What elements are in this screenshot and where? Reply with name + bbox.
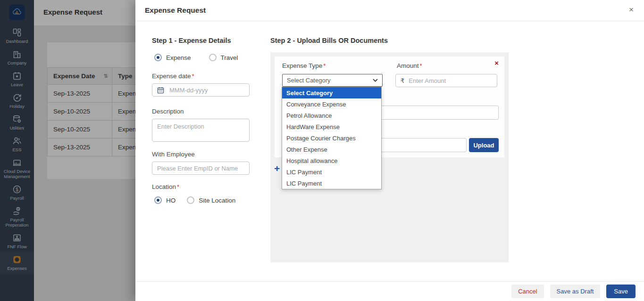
required-asterisk: * [323, 62, 326, 69]
with-employee-input[interactable] [152, 162, 250, 175]
modal-header: Expense Request × [135, 0, 644, 21]
dropdown-option[interactable]: Other Expense [282, 144, 381, 155]
travel-radio[interactable] [209, 54, 217, 61]
amount-input[interactable] [409, 77, 492, 84]
expense-date-field [152, 83, 250, 97]
expense-date-label: Expense date* [152, 73, 250, 80]
with-employee-label: With Employee [152, 151, 250, 158]
location-label: Location* [152, 183, 250, 190]
modal-footer: Cancel Save as Draft Save [135, 281, 644, 301]
close-icon[interactable]: × [629, 6, 634, 14]
add-bill-row-button[interactable]: + [274, 163, 280, 173]
modal-title: Expense Request [145, 6, 206, 15]
expense-type-select[interactable]: Select Category [282, 74, 383, 87]
expense-request-modal: Expense Request × Step 1 - Expense Detai… [135, 0, 644, 301]
description-label: Description [152, 108, 250, 115]
rupee-icon: ₹ [401, 77, 404, 84]
save-button[interactable]: Save [606, 285, 636, 298]
site-location-radio-label[interactable]: Site Location [199, 197, 235, 204]
upload-button[interactable]: Upload [469, 138, 499, 152]
expense-radio-label[interactable]: Expense [166, 54, 191, 61]
chevron-down-icon [373, 79, 378, 82]
dropdown-option[interactable]: LIC Payment [282, 166, 381, 178]
dropdown-option[interactable]: LIC Payment [282, 178, 381, 189]
dropdown-option[interactable]: Conveyance Expense [282, 98, 381, 110]
travel-radio-label[interactable]: Travel [221, 54, 238, 61]
expense-type-radio-group: Expense Travel [152, 54, 250, 61]
dropdown-option[interactable]: Petrol Allowance [282, 110, 381, 121]
dropdown-option[interactable]: Postage Courier Charges [282, 132, 381, 144]
remove-bill-row-icon[interactable]: × [494, 59, 499, 66]
expense-date-input[interactable] [152, 83, 250, 97]
ho-radio[interactable] [154, 196, 162, 204]
step1-section: Step 1 - Expense Details Expense Travel … [152, 33, 250, 204]
description-textarea[interactable] [152, 119, 250, 142]
cancel-button[interactable]: Cancel [511, 285, 544, 298]
location-radio-group: HO Site Location [152, 196, 250, 204]
required-asterisk: * [192, 73, 194, 80]
site-location-radio[interactable] [187, 196, 194, 204]
step1-heading: Step 1 - Expense Details [152, 37, 250, 44]
save-as-draft-button[interactable]: Save as Draft [550, 285, 601, 298]
screen: Dashboard Company Leave [0, 0, 644, 301]
expense-radio[interactable] [154, 54, 162, 61]
expense-type-dropdown: Select Category Conveyance Expense Petro… [282, 87, 382, 189]
required-asterisk: * [420, 62, 422, 69]
amount-field: ₹ [395, 74, 497, 87]
dropdown-option[interactable]: Hospital allowance [282, 155, 381, 166]
expense-type-selected-value: Select Category [287, 77, 331, 84]
required-asterisk: * [177, 183, 179, 190]
calendar-icon[interactable] [157, 87, 164, 94]
step2-heading: Step 2 - Upload Bills OR Documents [270, 37, 509, 44]
amount-label: Amount* [397, 62, 422, 69]
ho-radio-label[interactable]: HO [166, 197, 176, 204]
dropdown-option[interactable]: Select Category [282, 87, 381, 98]
expense-type-label: Expense Type* [282, 62, 326, 69]
dropdown-option[interactable]: HardWare Expense [282, 121, 381, 132]
